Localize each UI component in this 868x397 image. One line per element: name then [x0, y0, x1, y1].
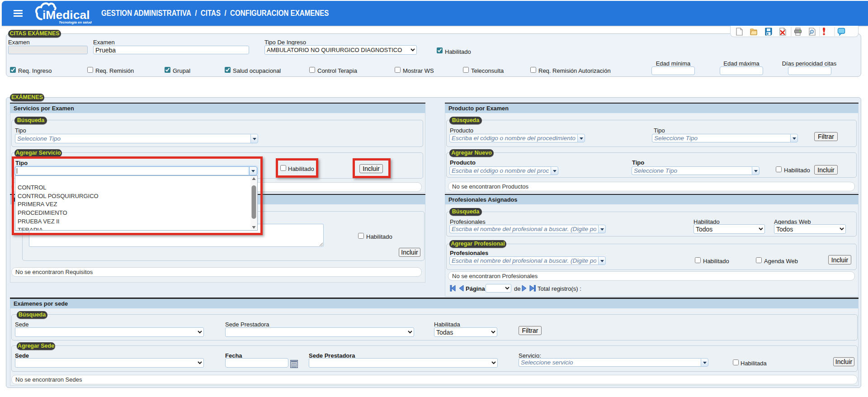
svg-text:Tecnología en salud: Tecnología en salud	[59, 20, 92, 24]
svg-text:iMedical: iMedical	[42, 8, 90, 22]
